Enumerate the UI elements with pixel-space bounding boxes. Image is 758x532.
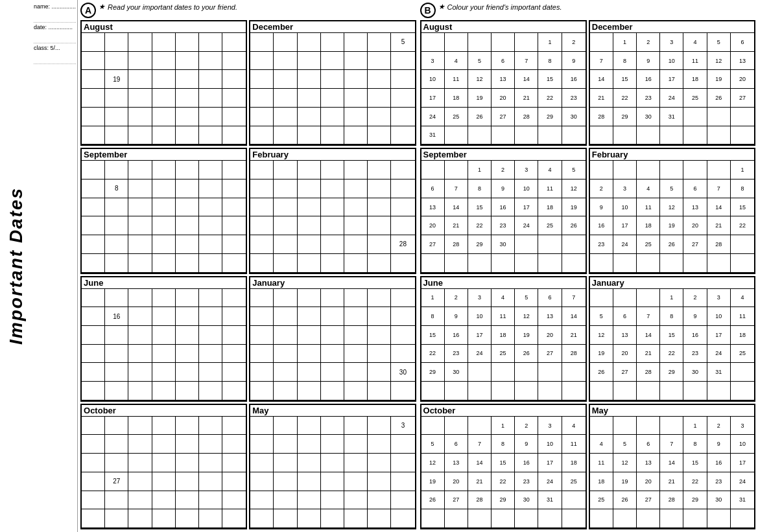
blank-cell <box>321 435 344 454</box>
cal-cell: 29 <box>468 235 492 254</box>
cal-cell: 16 <box>590 216 613 235</box>
blank-cell <box>368 216 391 235</box>
blank-cell <box>368 33 391 52</box>
cal-cell: 25 <box>562 472 586 491</box>
filled-grid-sep-b: 1234567891011121314151617181920212223242… <box>421 161 586 272</box>
blank-cell: 5 <box>391 33 414 52</box>
blank-cell <box>82 254 105 273</box>
cal-cell: 10 <box>468 307 492 326</box>
instruction-b: ★ Colour your friend's important dates. <box>438 3 562 11</box>
blank-cell <box>222 216 246 235</box>
cal-cell <box>515 382 538 400</box>
cal-cell: 15 <box>421 326 445 345</box>
blank-cell <box>199 382 222 400</box>
blank-cell <box>105 89 128 108</box>
cal-cell: 22 <box>613 89 637 108</box>
blank-cell <box>298 454 321 472</box>
blank-cell <box>176 70 199 89</box>
cal-cell: 1 <box>468 161 492 179</box>
blank-cell <box>298 307 321 326</box>
blank-cell <box>391 345 414 364</box>
cal-cell: 8 <box>683 435 707 454</box>
blank-cell <box>321 382 344 400</box>
blank-cell <box>82 454 105 472</box>
blank-cell <box>250 345 274 364</box>
cal-cell: 12 <box>562 179 586 198</box>
blank-cell <box>176 307 199 326</box>
blank-cell <box>250 307 274 326</box>
calendar-title-oct-b: October <box>421 405 586 417</box>
cal-cell: 30 <box>707 491 731 510</box>
blank-cell <box>105 417 128 435</box>
cal-cell <box>590 161 613 179</box>
blank-cell <box>82 179 105 198</box>
cal-cell <box>538 509 562 528</box>
blank-cell <box>128 216 152 235</box>
blank-cell <box>82 472 105 491</box>
blank-cell <box>391 491 414 510</box>
cal-cell: 24 <box>707 345 731 364</box>
cal-cell: 13 <box>613 326 637 345</box>
cal-cell: 21 <box>590 89 613 108</box>
cal-cell: 31 <box>660 108 683 126</box>
cal-cell <box>613 254 637 273</box>
blank-cell <box>128 454 152 472</box>
cal-cell: 2 <box>492 161 515 179</box>
cal-cell <box>683 126 707 145</box>
cal-cell: 14 <box>562 307 586 326</box>
cal-cell: 13 <box>637 454 660 472</box>
cal-cell: 6 <box>683 179 707 198</box>
blank-cell <box>105 382 128 400</box>
cal-cell: 23 <box>707 472 731 491</box>
blank-cell <box>274 52 297 71</box>
blank-cell <box>344 417 368 435</box>
blank-cell <box>128 307 152 326</box>
blank-cell <box>199 108 222 126</box>
cal-cell: 13 <box>683 198 707 217</box>
cal-cell <box>637 509 660 528</box>
blank-cell <box>128 33 152 52</box>
cal-cell: 17 <box>613 216 637 235</box>
blank-cell <box>152 108 176 126</box>
cal-cell: 10 <box>613 198 637 217</box>
cal-cell <box>660 509 683 528</box>
blank-cell <box>344 179 368 198</box>
cal-cell: 14 <box>660 454 683 472</box>
cal-cell: 9 <box>590 198 613 217</box>
cal-cell: 6 <box>637 435 660 454</box>
cal-cell: 25 <box>683 89 707 108</box>
cal-cell <box>660 382 683 400</box>
blank-cell <box>128 491 152 510</box>
cal-cell <box>731 108 754 126</box>
cal-cell: 28 <box>637 363 660 382</box>
instruction-text-b: Colour your friend's important dates. <box>447 3 562 11</box>
blank-cell <box>152 216 176 235</box>
blank-grid-may-a: 3 <box>250 417 414 528</box>
cal-cell <box>562 254 586 273</box>
blank-cell <box>82 435 105 454</box>
cal-cell: 29 <box>660 363 683 382</box>
blank-cell <box>250 179 274 198</box>
filled-grid-may-b: 1234567891011121314151617181920212223242… <box>590 417 754 528</box>
blank-cell <box>82 33 105 52</box>
cal-cell: 1 <box>613 33 637 52</box>
cal-cell: 6 <box>731 33 754 52</box>
blank-cell <box>152 70 176 89</box>
blank-cell <box>274 472 297 491</box>
blank-cell <box>298 179 321 198</box>
blank-cell <box>199 509 222 528</box>
blank-cell <box>199 198 222 217</box>
blank-cell <box>128 235 152 254</box>
cal-cell: 29 <box>421 363 445 382</box>
cal-cell: 23 <box>515 472 538 491</box>
cal-cell <box>590 417 613 435</box>
blank-cell <box>298 345 321 364</box>
cal-cell <box>590 254 613 273</box>
blank-cell <box>391 435 414 454</box>
cal-cell: 2 <box>637 33 660 52</box>
calendar-title-dec-a: December <box>250 21 414 33</box>
blank-cell <box>176 254 199 273</box>
blank-cell <box>152 509 176 528</box>
cal-cell: 16 <box>562 70 586 89</box>
blank-cell <box>222 363 246 382</box>
